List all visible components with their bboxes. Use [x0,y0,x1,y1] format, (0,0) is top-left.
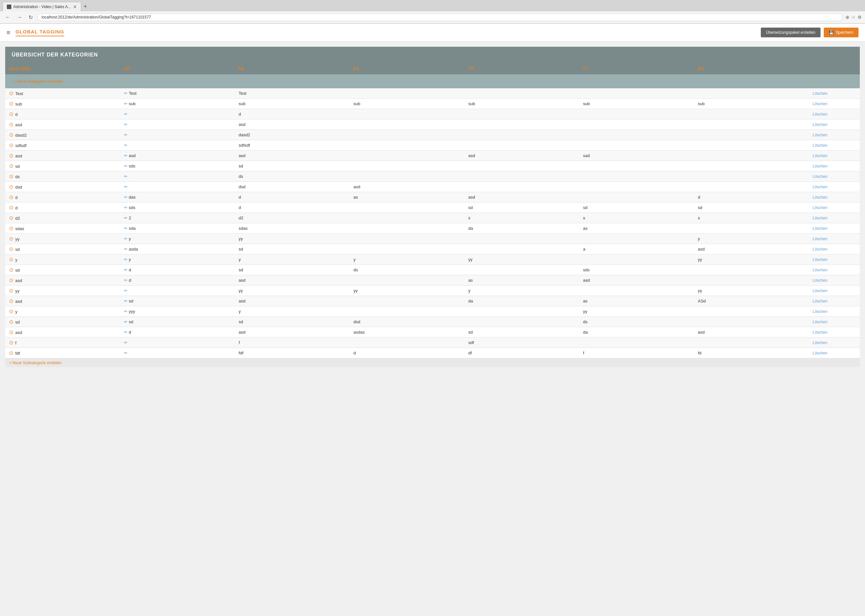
back-button[interactable]: ← [3,14,13,21]
edit-icon[interactable]: ✏ [124,330,127,335]
de-value: sd [239,319,243,324]
edit-icon[interactable]: ✏ [124,309,127,314]
delete-link[interactable]: Löschen [813,268,827,272]
new-tab-button[interactable]: + [81,2,90,11]
expand-icon[interactable]: ⊙ [9,298,13,304]
reader-mode-button[interactable]: ⊕ [846,15,849,20]
expand-icon[interactable]: ⊙ [9,143,13,148]
expand-icon[interactable]: ⊙ [9,132,13,138]
fr-cell: sub [464,99,579,109]
bookmark-button[interactable]: ☆ [851,15,856,20]
delete-link[interactable]: Löschen [813,320,827,324]
edit-icon[interactable]: ✏ [124,350,127,355]
add-subcategory-link[interactable]: + Neue Subkategorie erstellen [9,361,62,365]
de-value: sd [239,247,243,251]
add-category-link[interactable]: + Neue Kategorie erstellen [9,76,856,86]
expand-icon[interactable]: ⊙ [9,246,13,252]
edit-icon[interactable]: ✏ [124,288,127,293]
expand-icon[interactable]: ⊙ [9,236,13,242]
expand-icon[interactable]: ⊙ [9,278,13,283]
expand-icon[interactable]: ⊙ [9,257,13,262]
edit-icon[interactable]: ✏ [124,143,127,148]
refresh-button[interactable]: ↻ [27,14,35,21]
expand-icon[interactable]: ⊙ [9,309,13,314]
edit-icon[interactable]: ✏ [124,91,127,96]
delete-link[interactable]: Löschen [813,237,827,241]
expand-icon[interactable]: ⊙ [9,174,13,179]
expand-icon[interactable]: ⊙ [9,153,13,159]
edit-icon[interactable]: ✏ [124,195,127,200]
expand-icon[interactable]: ⊙ [9,288,13,293]
edit-icon[interactable]: ✏ [124,163,127,168]
expand-icon[interactable]: ⊙ [9,226,13,231]
expand-icon[interactable]: ⊙ [9,319,13,325]
delete-link[interactable]: Löschen [813,206,827,210]
delete-link[interactable]: Löschen [813,216,827,220]
edit-icon[interactable]: ✏ [124,132,127,137]
expand-icon[interactable]: ⊙ [9,205,13,210]
expand-icon[interactable]: ⊙ [9,267,13,273]
fr-value: df [469,350,472,355]
edit-icon[interactable]: ✏ [124,215,127,220]
delete-link[interactable]: Löschen [813,289,827,293]
edit-icon[interactable]: ✏ [124,112,127,116]
edit-icon[interactable]: ✏ [124,319,127,324]
edit-icon[interactable]: ✏ [124,267,127,272]
delete-link[interactable]: Löschen [813,112,827,116]
expand-icon[interactable]: ⊙ [9,91,13,96]
edit-icon[interactable]: ✏ [124,205,127,210]
expand-icon[interactable]: ⊙ [9,184,13,190]
delete-link[interactable]: Löschen [813,174,827,179]
edit-icon[interactable]: ✏ [124,184,127,189]
delete-link[interactable]: Löschen [813,154,827,158]
address-bar[interactable] [37,13,843,21]
delete-link[interactable]: Löschen [813,195,827,200]
tab-close-icon[interactable]: ✕ [73,4,77,9]
en-cell: ✏sd [120,317,235,327]
edit-icon[interactable]: ✏ [124,257,127,262]
expand-icon[interactable]: ⊙ [9,163,13,169]
de-cell: ds [235,171,349,182]
expand-icon[interactable]: ⊙ [9,215,13,221]
save-button[interactable]: 💾 Speichern [824,28,859,37]
translate-package-button[interactable]: Übersetzungspaket erstellen [761,28,821,37]
de-cell: sd [235,244,349,255]
expand-icon[interactable]: ⊙ [9,340,13,345]
delete-link[interactable]: Löschen [813,133,827,137]
delete-link[interactable]: Löschen [813,351,827,355]
forward-button[interactable]: → [15,14,24,21]
expand-icon[interactable]: ⊙ [9,111,13,117]
delete-link[interactable]: Löschen [813,102,827,106]
delete-link[interactable]: Löschen [813,164,827,168]
edit-icon[interactable]: ✏ [124,236,127,241]
hamburger-menu-icon[interactable]: ≡ [6,29,10,36]
delete-link[interactable]: Löschen [813,278,827,283]
edit-icon[interactable]: ✏ [124,299,127,303]
edit-icon[interactable]: ✏ [124,226,127,231]
edit-icon[interactable]: ✏ [124,174,127,179]
delete-link[interactable]: Löschen [813,330,827,335]
edit-icon[interactable]: ✏ [124,101,127,106]
edit-icon[interactable]: ✏ [124,340,127,345]
edit-icon[interactable]: ✏ [124,153,127,158]
active-tab[interactable]: Administration - Video | Sales A... ✕ [3,2,81,11]
delete-link[interactable]: Löschen [813,341,827,345]
delete-link[interactable]: Löschen [813,123,827,127]
edit-icon[interactable]: ✏ [124,278,127,283]
delete-link[interactable]: Löschen [813,185,827,189]
delete-link[interactable]: Löschen [813,258,827,262]
delete-link[interactable]: Löschen [813,143,827,148]
delete-link[interactable]: Löschen [813,247,827,251]
edit-icon[interactable]: ✏ [124,247,127,251]
delete-link[interactable]: Löschen [813,226,827,231]
delete-link[interactable]: Löschen [813,91,827,96]
expand-icon[interactable]: ⊙ [9,350,13,356]
expand-icon[interactable]: ⊙ [9,195,13,200]
delete-link[interactable]: Löschen [813,299,827,303]
expand-icon[interactable]: ⊙ [9,122,13,127]
delete-link[interactable]: Löschen [813,309,827,314]
expand-icon[interactable]: ⊙ [9,101,13,107]
edit-icon[interactable]: ✏ [124,122,127,127]
expand-icon[interactable]: ⊙ [9,329,13,335]
extensions-button[interactable]: ⚙ [857,15,862,20]
